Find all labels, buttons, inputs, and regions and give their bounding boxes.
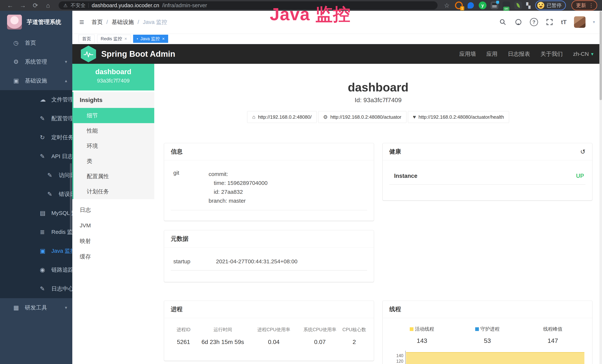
- sba-nav-wallboard[interactable]: 应用墙: [459, 50, 476, 58]
- help-icon[interactable]: ?: [530, 18, 538, 26]
- column-header: 运行时间: [196, 327, 249, 333]
- sba-nav-applications[interactable]: 应用: [486, 50, 497, 58]
- menu-item-caches[interactable]: 缓存: [72, 249, 154, 264]
- github-icon[interactable]: [514, 18, 522, 26]
- browser-menu-dots-icon[interactable]: ⋮: [589, 2, 594, 8]
- menu-item-environment[interactable]: 环境: [72, 138, 154, 153]
- search-icon[interactable]: [499, 18, 507, 26]
- cards-left-column: 信息 git commit: time: 1596289704000 id: 2…: [164, 143, 374, 361]
- instance-header[interactable]: dashboard 93a3fc7f7409: [72, 64, 154, 90]
- sidebar-item-mysql-monitor[interactable]: ▤ MySQL 监控: [0, 203, 72, 223]
- threads-card-header: 线程: [383, 301, 592, 318]
- sidebar-scrollbar-thumb[interactable]: [70, 163, 72, 232]
- page-title: dashboard: [164, 81, 592, 94]
- sidebar-item-access-log[interactable]: ✎ 访问日志: [0, 166, 72, 185]
- browser-forward-icon[interactable]: →: [17, 2, 28, 9]
- metadata-key: startup: [173, 258, 216, 265]
- sidebar-item-dev-tools[interactable]: ▦ 研发工具 ▾: [0, 298, 72, 317]
- sba-locale-select[interactable]: zh-CN ▾: [573, 51, 593, 57]
- gear-icon: ⚙: [13, 58, 25, 65]
- sidebar-item-system[interactable]: ⚙ 系统管理 ▾: [0, 52, 72, 71]
- sidebar-item-log-center[interactable]: ✎ 日志中心: [0, 279, 72, 298]
- scrollbar-thumb[interactable]: [600, 11, 602, 100]
- text-size-icon[interactable]: tT: [561, 19, 567, 26]
- app-logo-row[interactable]: 芋道管理系统: [0, 11, 72, 33]
- sba-nav-about[interactable]: 关于我们: [540, 50, 563, 58]
- page-scrollbar[interactable]: [599, 11, 602, 364]
- sidebar-item-redis-monitor[interactable]: ≣ Redis 监控: [0, 223, 72, 241]
- history-icon[interactable]: ↺: [580, 148, 586, 155]
- sidebar-item-home[interactable]: ◷ 首页: [0, 33, 72, 52]
- address-bar[interactable]: ⚠ 不安全 dashboard.yudao.iocoder.cn /infra/…: [59, 1, 438, 10]
- extension-y-icon[interactable]: y: [479, 1, 486, 9]
- extension-pin-icon[interactable]: [467, 1, 475, 9]
- sba-nav-journal[interactable]: 日志报表: [508, 50, 530, 58]
- browser-back-icon[interactable]: ←: [5, 2, 16, 9]
- extensions-puzzle-icon[interactable]: ▚: [526, 2, 530, 9]
- sba-header: Spring Boot Admin 应用墙 应用 日志报表 关于我们 zh-CN…: [72, 44, 602, 64]
- fullscreen-icon[interactable]: [546, 18, 554, 26]
- tab-java-monitor[interactable]: ● Java 监控 ×: [133, 35, 168, 43]
- eye-icon: ◉: [40, 266, 51, 273]
- extension-proxy-icon[interactable]: on: [502, 1, 510, 9]
- chevron-down-icon: ▾: [65, 59, 67, 64]
- service-url-button[interactable]: ⌂ http://192.168.0.2:48080/: [247, 111, 316, 123]
- breadcrumb-separator: /: [107, 19, 108, 25]
- menu-section-insights[interactable]: Insights: [72, 92, 154, 108]
- breadcrumb-infra[interactable]: 基础设施: [112, 18, 134, 26]
- process-table-header: 进程ID 运行时间 进程CPU使用率 系统CPU使用率 CPU核心数: [171, 327, 367, 333]
- menu-item-metrics[interactable]: 性能: [72, 123, 154, 138]
- chevron-down-icon: ▾: [591, 51, 593, 57]
- avatar-caret-icon[interactable]: ▾: [593, 20, 595, 24]
- metadata-card: 元数据 startup 2021-04-27T00:44:31.254+08:0…: [164, 230, 374, 282]
- actuator-url-button[interactable]: ⚙ http://192.168.0.2:48080/actuator: [318, 111, 406, 123]
- column-header: CPU核心数: [342, 327, 367, 333]
- threads-card: 线程 活动线程 143: [383, 300, 592, 364]
- sidebar-item-java-monitor[interactable]: ▣ Java 监控: [0, 241, 72, 260]
- tab-home[interactable]: 首页: [79, 35, 95, 43]
- active-dot-icon: ●: [137, 37, 138, 40]
- sidebar-item-error-log[interactable]: ✎ 错误日志: [0, 185, 72, 203]
- git-branch-line: branch: master: [209, 196, 367, 205]
- tab-redis-monitor[interactable]: Redis 监控 ×: [97, 35, 130, 43]
- extension-leaf-icon[interactable]: [514, 1, 522, 9]
- bookmark-star-icon[interactable]: ☆: [443, 2, 451, 9]
- sidebar-item-api-log[interactable]: ✎ API 日志 ▴: [0, 147, 72, 166]
- threads-chart: 140 120 100: [389, 351, 586, 364]
- health-url-button[interactable]: ♥ http://192.168.0.2:48080/actuator/heal…: [408, 111, 509, 123]
- y-axis: 140 120 100: [389, 351, 405, 364]
- user-avatar[interactable]: [574, 16, 585, 28]
- sba-brand[interactable]: Spring Boot Admin: [81, 46, 175, 62]
- sidebar-collapse-icon[interactable]: ≡: [79, 17, 84, 27]
- extension-grid-icon[interactable]: [491, 1, 498, 9]
- extension-badge: 1: [460, 6, 464, 11]
- menu-item-config-props[interactable]: 配置属性: [72, 169, 154, 184]
- blue-dot-badge: [496, 1, 499, 4]
- sidebar-item-file-manage[interactable]: ☁ 文件管理: [0, 90, 72, 109]
- browser-reload-icon[interactable]: ⟳: [30, 2, 41, 9]
- browser-profile-chip[interactable]: 已暂停: [535, 0, 566, 10]
- breadcrumb-home[interactable]: 首页: [92, 18, 103, 26]
- menu-item-mappings[interactable]: 映射: [72, 233, 154, 249]
- browser-home-icon[interactable]: ⌂: [43, 2, 54, 9]
- menu-item-classes[interactable]: 类: [72, 153, 154, 169]
- close-icon[interactable]: ×: [162, 36, 165, 41]
- git-commit-line: commit:: [209, 170, 367, 179]
- extension-orange-icon[interactable]: 1: [455, 1, 463, 9]
- security-label[interactable]: 不安全: [70, 2, 86, 9]
- menu-item-scheduled-tasks[interactable]: 计划任务: [72, 184, 154, 199]
- menu-item-logs[interactable]: 日志: [72, 202, 154, 218]
- menu-item-details[interactable]: 细节: [72, 108, 154, 123]
- logo-avatar: [7, 15, 22, 30]
- sidebar-item-infra[interactable]: ▣ 基础设施 ▴: [0, 71, 72, 90]
- sidebar-item-config-manage[interactable]: ✎ 配置管理: [0, 109, 72, 128]
- sidebar-item-scheduled-jobs[interactable]: ↻ 定时任务: [0, 128, 72, 147]
- system-cpu-value: 0.07: [298, 339, 342, 345]
- sidebar-item-tracing[interactable]: ◉ 链路追踪: [0, 260, 72, 279]
- emoji-eyes: [539, 4, 540, 5]
- edit-icon: ✎: [47, 191, 59, 198]
- sidebar-item-label: 研发工具: [25, 304, 47, 311]
- close-icon[interactable]: ×: [124, 36, 127, 41]
- browser-update-button[interactable]: 更新 ⋮: [571, 0, 597, 11]
- menu-item-jvm[interactable]: JVM: [72, 218, 154, 233]
